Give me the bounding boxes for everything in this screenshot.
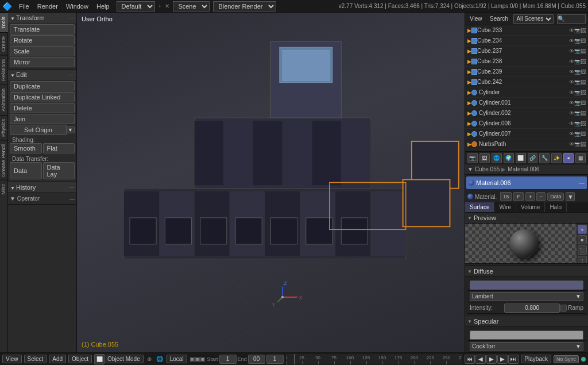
visibility-icon-11[interactable]: 👁 (569, 141, 574, 147)
render-icon-6[interactable]: 🖼 (581, 90, 586, 95)
diffuse-ramp-checkbox[interactable] (560, 305, 567, 312)
playback-button[interactable]: Playback (521, 355, 551, 363)
scene-select-top[interactable]: Scene (173, 1, 210, 11)
preview-sphere-btn[interactable]: ● (578, 225, 587, 234)
camera-icon-0[interactable]: 📷 (574, 28, 581, 33)
render-icon-1[interactable]: 🖼 (581, 38, 586, 44)
render-icon-7[interactable]: 🖼 (581, 100, 586, 106)
next-frame-button[interactable]: ▶ (497, 355, 508, 364)
particles-props-icon[interactable]: ✨ (551, 153, 562, 163)
tab-volume[interactable]: Volume (516, 202, 545, 212)
camera-icon-11[interactable]: 📷 (574, 141, 581, 147)
join-button[interactable]: Join (10, 114, 75, 124)
outliner-item-2[interactable]: ▶ Cube.237 👁 📷 🖼 (465, 46, 588, 56)
specular-color-swatch[interactable] (470, 331, 583, 340)
global-local-icon[interactable]: 🌐 (156, 356, 163, 362)
bc-object[interactable]: Cube.055 (475, 166, 500, 172)
menu-help[interactable]: Help (93, 2, 113, 11)
outliner-item-4[interactable]: ▶ Cube.239 👁 📷 🖼 (465, 67, 588, 77)
preview-hair-btn[interactable]: ⋮ (578, 256, 587, 264)
constraints-props-icon[interactable]: 🔗 (528, 153, 538, 163)
render-icon-11[interactable]: 🖼 (581, 141, 586, 147)
vert-tab-grease-pencil[interactable]: Grease Pencil (0, 140, 8, 180)
object-mode-button[interactable]: Object Mode (105, 355, 144, 363)
visibility-icon-8[interactable]: 👁 (569, 110, 574, 116)
data-button[interactable]: Data (10, 162, 42, 179)
flat-button[interactable]: Flat (43, 143, 75, 153)
object-props-icon[interactable]: ⬜ (516, 153, 526, 163)
menu-render[interactable]: Render (34, 2, 61, 11)
visibility-icon-6[interactable]: 👁 (569, 90, 574, 95)
camera-props-icon[interactable]: 📷 (467, 153, 478, 163)
material-f-btn[interactable]: F (513, 192, 524, 201)
menu-window[interactable]: Window (63, 2, 92, 11)
camera-icon-10[interactable]: 📷 (574, 131, 581, 137)
smooth-button[interactable]: Smooth (10, 143, 42, 153)
diffuse-color-swatch[interactable] (470, 281, 583, 290)
end-frame-field[interactable]: 00 (248, 355, 265, 364)
material-num-field[interactable]: 15 (500, 192, 512, 201)
menu-file[interactable]: File (16, 2, 33, 11)
blender-logo-icon[interactable]: 🔷 (2, 2, 12, 11)
outliner-item-8[interactable]: ▶ Cylinder.002 👁 📷 🖼 (465, 108, 588, 118)
outliner-item-7[interactable]: ▶ Cylinder.001 👁 📷 🖼 (465, 98, 588, 108)
camera-icon-2[interactable]: 📷 (574, 48, 581, 54)
translate-button[interactable]: Translate (10, 24, 75, 34)
transform-section-header[interactable]: ▼Transform — (8, 13, 76, 23)
vert-tab-misc[interactable]: Misc (0, 180, 8, 198)
vert-tab-relations[interactable]: Relations (0, 55, 8, 84)
camera-icon-1[interactable]: 📷 (574, 38, 581, 44)
camera-icon-4[interactable]: 📷 (574, 69, 581, 75)
diffuse-intensity-field[interactable]: 0.800 (504, 303, 560, 313)
viewport-canvas[interactable]: X Y Z (77, 13, 465, 352)
vert-tab-tools[interactable]: Tools (0, 13, 8, 32)
play-button[interactable]: ▶ (486, 355, 497, 364)
bc-material[interactable]: Material.006 (508, 166, 539, 172)
mode-icon[interactable]: ⬜ (94, 354, 105, 364)
render-props-icon[interactable]: 🖼 (479, 153, 490, 163)
render-icon-0[interactable]: 🖼 (581, 28, 586, 33)
world-props-icon[interactable]: 🌍 (504, 153, 514, 163)
local-global-button[interactable]: Local (167, 355, 187, 363)
data-lay-button[interactable]: Data Lay (43, 162, 75, 179)
timeline-cursor[interactable] (295, 354, 295, 364)
tab-wire[interactable]: Wire (494, 202, 516, 212)
outliner-item-11[interactable]: ▶ NurbsPath 👁 📷 🖼 (465, 139, 588, 149)
preview-flat-btn[interactable]: ■ (578, 235, 587, 244)
vert-tab-animation[interactable]: Animation (0, 84, 8, 115)
render-icon-5[interactable]: 🖼 (581, 79, 586, 85)
material-props-icon[interactable]: ● (563, 153, 574, 163)
outliner-item-5[interactable]: ▶ Cube.242 👁 📷 🖼 (465, 77, 588, 87)
renderer-select[interactable]: Blender Render (213, 1, 276, 11)
bottom-object-button[interactable]: Object (68, 355, 92, 363)
scale-button[interactable]: Scale (10, 46, 75, 56)
visibility-icon-2[interactable]: 👁 (569, 48, 574, 54)
outliner-item-1[interactable]: ▶ Cube.234 👁 📷 🖼 (465, 36, 588, 46)
prev-frame-button[interactable]: ◀ (475, 355, 486, 364)
delete-button[interactable]: Delete (10, 103, 75, 113)
render-icon-2[interactable]: 🖼 (581, 48, 586, 54)
material-add-btn[interactable]: + (525, 192, 535, 201)
skip-start-button[interactable]: ⏮ (465, 355, 475, 364)
set-origin-dropdown[interactable]: ▼ (67, 126, 75, 133)
outliner-view-button[interactable]: View (467, 15, 485, 22)
current-frame-field[interactable]: 1 (266, 355, 284, 364)
edit-section-header[interactable]: ▼Edit — (8, 70, 76, 80)
outliner-item-6[interactable]: ▶ Cylinder 👁 📷 🖼 (465, 87, 588, 98)
material-extra-btn[interactable]: ▼ (566, 192, 575, 201)
timeline-area[interactable]: 0255075100125150175200225250275 (286, 354, 463, 364)
camera-icon-5[interactable]: 📷 (574, 79, 581, 85)
visibility-icon-3[interactable]: 👁 (569, 59, 574, 64)
duplicate-linked-button[interactable]: Duplicate Linked (10, 92, 75, 102)
visibility-icon-10[interactable]: 👁 (569, 131, 574, 137)
camera-icon-3[interactable]: 📷 (574, 59, 581, 64)
set-origin-button[interactable]: Set Origin (10, 125, 67, 135)
duplicate-button[interactable]: Duplicate (10, 81, 75, 91)
specular-section-header[interactable]: ▼ Specular (465, 316, 588, 327)
outliner-item-3[interactable]: ▶ Cube.238 👁 📷 🖼 (465, 56, 588, 67)
tab-surface[interactable]: Surface (465, 202, 494, 212)
camera-icon-7[interactable]: 📷 (574, 100, 581, 106)
all-scenes-select[interactable]: All Scenes (513, 14, 554, 24)
camera-icon-9[interactable]: 📷 (574, 121, 581, 126)
visibility-icon-1[interactable]: 👁 (569, 38, 574, 44)
